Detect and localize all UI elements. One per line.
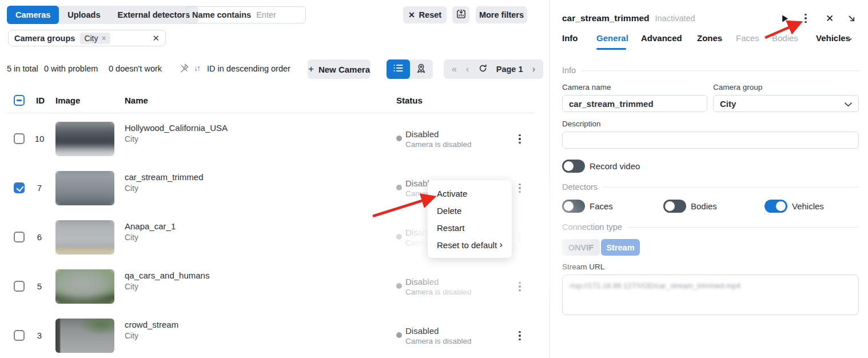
- page-label: Page 1: [496, 65, 523, 74]
- row-actions-icon[interactable]: [513, 229, 526, 245]
- name-contains-input[interactable]: Name contains Enter: [186, 6, 306, 23]
- doesnt-work-link[interactable]: 0 doesn't work: [109, 64, 162, 73]
- map-view-button[interactable]: [410, 59, 433, 79]
- camera-groups-filter[interactable]: Camera groups City × ✕: [8, 30, 166, 46]
- faces-detector-label: Faces: [590, 201, 613, 211]
- camera-group: City: [125, 233, 176, 242]
- more-filters-button[interactable]: More filters: [476, 6, 527, 23]
- new-camera-button[interactable]: + New Camera: [308, 59, 371, 79]
- panel-divider: [550, 0, 550, 358]
- row-id: 5: [30, 281, 49, 291]
- row-id: 10: [30, 134, 49, 144]
- status-dot: [396, 283, 402, 289]
- camera-thumbnail[interactable]: [55, 171, 114, 205]
- table-row[interactable]: 3 crowd_streamCity DisabledCamera is dis…: [0, 316, 550, 356]
- export-report-button[interactable]: [452, 6, 469, 23]
- connection-onvif-button[interactable]: ONVIF: [562, 239, 600, 256]
- camera-group-select[interactable]: City: [713, 95, 859, 112]
- close-panel-icon[interactable]: ✕: [824, 13, 835, 24]
- row-id: 3: [30, 331, 49, 340]
- menu-item-restart[interactable]: Restart: [428, 219, 512, 236]
- row-checkbox[interactable]: [14, 232, 25, 242]
- row-actions-icon[interactable]: [513, 328, 526, 344]
- row-checkbox[interactable]: [14, 330, 25, 341]
- camera-thumbnail[interactable]: [55, 220, 114, 254]
- camera-groups-label: Camera groups: [14, 34, 75, 43]
- chip-remove-icon[interactable]: ×: [102, 34, 106, 43]
- camera-name[interactable]: Anapa_car_1: [125, 221, 176, 231]
- row-actions-icon[interactable]: [513, 180, 526, 196]
- vehicles-detector-toggle[interactable]: [765, 200, 787, 213]
- refresh-icon[interactable]: [479, 64, 487, 75]
- table-row[interactable]: 5 qa_cars_and_humansCity DisabledCamera …: [0, 266, 550, 307]
- collapse-corner-icon[interactable]: [846, 13, 857, 24]
- status-dot: [396, 234, 402, 240]
- column-header-id: ID: [36, 96, 45, 105]
- active-tab-underline: [596, 48, 626, 50]
- map-pin-icon: [416, 63, 427, 76]
- sort-direction-icon[interactable]: ↓↑: [194, 63, 200, 73]
- panel-tab-info[interactable]: Info: [562, 33, 578, 43]
- description-field[interactable]: [562, 132, 859, 149]
- tab-cameras[interactable]: Cameras: [7, 6, 59, 24]
- first-page-icon[interactable]: «: [452, 64, 457, 74]
- row-checkbox[interactable]: [14, 281, 25, 292]
- close-icon: ✕: [408, 10, 415, 19]
- tabs-scroll-icon[interactable]: →: [845, 33, 854, 43]
- list-view-button[interactable]: [387, 59, 410, 79]
- total-count: 5 in total: [7, 64, 38, 73]
- reset-button[interactable]: ✕ Reset: [403, 6, 447, 23]
- camera-name[interactable]: qa_cars_and_humans: [125, 271, 209, 280]
- panel-tab-general[interactable]: General: [596, 33, 628, 43]
- with-problem-link[interactable]: 0 with problem: [44, 64, 98, 73]
- column-header-status: Status: [396, 96, 423, 105]
- play-button[interactable]: [779, 13, 790, 24]
- bodies-detector-toggle[interactable]: [663, 200, 686, 213]
- menu-item-delete[interactable]: Delete: [428, 202, 512, 219]
- panel-actions-button[interactable]: [800, 13, 811, 24]
- menu-item-reset-to-default[interactable]: Reset to default ›: [428, 236, 512, 253]
- next-page-icon[interactable]: ›: [532, 64, 535, 74]
- stream-url-field[interactable]: rtsp://172.18.89.127/VOD/car_stream_trim…: [562, 275, 859, 315]
- status-text: Disabled: [405, 326, 472, 336]
- camera-thumbnail[interactable]: [55, 122, 114, 156]
- sort-order-link[interactable]: ID in descending order: [207, 64, 290, 73]
- list-view-icon: [393, 64, 403, 74]
- camera-name[interactable]: car_stream_trimmed: [125, 172, 204, 182]
- name-contains-placeholder: Enter: [256, 10, 276, 19]
- camera-thumbnail[interactable]: [55, 269, 114, 304]
- camera-thumbnail[interactable]: [55, 319, 114, 353]
- camera-group-chip[interactable]: City ×: [80, 33, 110, 44]
- faces-detector-toggle[interactable]: [562, 200, 585, 213]
- section-detectors: Detectors: [562, 182, 859, 192]
- camera-name[interactable]: crowd_stream: [125, 320, 178, 329]
- tab-external-detectors[interactable]: External detectors: [109, 6, 198, 24]
- menu-item-activate[interactable]: Activate: [428, 185, 512, 202]
- row-checkbox[interactable]: [14, 182, 25, 193]
- camera-name-field[interactable]: car_stream_trimmed: [562, 95, 707, 112]
- pin-filters-icon[interactable]: [179, 63, 189, 75]
- plus-icon: +: [308, 63, 314, 75]
- row-actions-icon[interactable]: [513, 131, 526, 147]
- select-all-checkbox[interactable]: [14, 95, 25, 106]
- row-id: 6: [30, 232, 49, 242]
- tab-uploads[interactable]: Uploads: [59, 6, 109, 24]
- row-checkbox[interactable]: [14, 133, 25, 144]
- panel-tab-zones[interactable]: Zones: [697, 33, 722, 43]
- connection-stream-button[interactable]: Stream: [601, 239, 640, 256]
- panel-tab-faces[interactable]: Faces: [736, 33, 759, 43]
- header-divider: [7, 113, 535, 113]
- camera-group: City: [125, 331, 178, 340]
- row-actions-icon[interactable]: [513, 279, 526, 295]
- status-detail: Camera is disabled: [405, 140, 472, 149]
- play-icon: [781, 14, 789, 23]
- camera-group: City: [125, 282, 209, 291]
- camera-name[interactable]: Hollywood_California_USA: [125, 123, 228, 133]
- panel-tab-advanced[interactable]: Advanced: [641, 33, 682, 43]
- panel-tab-bodies[interactable]: Bodies: [772, 33, 798, 43]
- prev-page-icon[interactable]: ‹: [466, 64, 469, 74]
- record-video-toggle[interactable]: [562, 160, 585, 173]
- clear-filter-icon[interactable]: ✕: [152, 33, 160, 43]
- vehicles-detector-label: Vehicles: [792, 201, 824, 211]
- table-row[interactable]: 10 Hollywood_California_USACity Disabled…: [0, 119, 550, 159]
